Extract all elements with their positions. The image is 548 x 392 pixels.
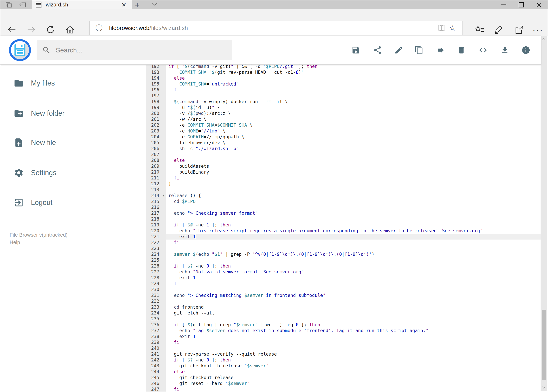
line-number: 239 [146,339,166,345]
code-line: 244 else [146,369,541,375]
refresh-icon[interactable] [46,25,55,34]
code-line: 198 $(command -v winpty) docker run --rm… [146,99,541,105]
code-line: 202 -e COMMIT_SHA=$COMMIT_SHA \ [146,122,541,128]
share-icon[interactable] [514,25,524,34]
maximize-button[interactable] [512,0,530,9]
set-tabs-aside-icon[interactable] [4,1,14,8]
web-notes-pen-icon[interactable] [494,25,503,34]
create-folder-icon [14,108,24,119]
code-line: 230 [146,287,541,292]
code-line: 221 exit 1 [146,234,541,239]
download-button[interactable] [498,43,512,57]
code-line: 201 -w //src \ [146,116,541,122]
move-button[interactable] [434,43,448,57]
line-number: 204 [146,134,166,140]
code-line: 243 git checkout -b release "$semver" [146,363,541,369]
browser-navbar: ⓘ filebrowser.web/files/wizard.sh ☆ ··· [0,9,548,36]
folder-icon [14,78,24,88]
code-line: 223 [146,245,541,251]
code-line: 228 exit 1 [146,275,541,281]
line-number: 245 [146,375,166,380]
sidebar-divider [2,156,144,156]
code-line: 242 if [ $? -ne 0 ]; then [146,357,541,363]
browser-tab[interactable]: wizard.sh ✕ [32,0,132,9]
sidebar-item-label: Settings [31,169,56,177]
sidebar-item-settings[interactable]: Settings [0,162,146,184]
fold-arrow-icon[interactable]: ▾ [163,193,165,198]
code-view-button[interactable] [476,43,490,57]
line-number: 197 [146,93,166,99]
code-line: 207 [146,152,541,157]
code-line: 203 -e HOME="//tmp" \ [146,128,541,134]
code-line: 205 filebrowser/dev \ [146,140,541,146]
site-info-icon[interactable]: ⓘ [92,23,106,33]
sidebar-item-new-folder[interactable]: New folder [0,103,146,124]
line-number: 221 [146,234,166,239]
sidebar-item-logout[interactable]: Logout [0,192,146,213]
browser-titlebar: wizard.sh ✕ + [0,0,548,9]
url-bar[interactable]: ⓘ filebrowser.web/files/wizard.sh ☆ [90,21,463,35]
url-separator [106,24,106,32]
line-number: 238 [146,334,166,339]
code-line: 245 git checkout release [146,375,541,380]
code-line: 200 -v /$(pwd):/src:z \ [146,110,541,116]
line-number: 243 [146,363,166,369]
edit-button[interactable] [392,43,406,57]
url-text[interactable]: filebrowser.web/files/wizard.sh [109,25,437,31]
tab-preview-icon[interactable] [18,1,28,8]
line-number: 196 [146,87,166,93]
help-link[interactable]: Help [10,239,20,246]
delete-button[interactable] [454,43,468,57]
save-button[interactable] [349,43,363,57]
new-tab-button[interactable]: + [135,1,139,10]
code-line: 216 [146,204,541,210]
page-scrollbar[interactable] [541,36,547,391]
info-button[interactable] [519,43,533,57]
scrollbar-thumb[interactable] [542,310,546,380]
code-content: 192if [ "$(command -v git)" ] && [ -d "$… [146,65,541,392]
favorite-star-icon[interactable]: ☆ [446,24,460,32]
line-number: 220 [146,228,166,234]
code-line: 236 if [ $(git tag | grep "$semver" | wc… [146,322,541,328]
sidebar-item-new-file[interactable]: New file [0,132,146,154]
back-icon[interactable] [7,26,16,34]
minimize-button[interactable] [495,0,512,9]
line-number: 231 [146,292,166,298]
line-number: 201 [146,116,166,122]
line-number: 202 [146,122,166,128]
code-line: 194 else [146,75,541,81]
line-number: 210 [146,169,166,175]
share-file-button[interactable] [371,43,385,57]
line-number: 206 [146,146,166,152]
tab-close-icon[interactable]: ✕ [119,1,128,8]
home-icon[interactable] [66,25,75,34]
close-button[interactable] [530,0,548,9]
copy-button[interactable] [412,43,426,57]
line-number: 208 [146,157,166,163]
line-number: 192 [146,65,166,69]
scroll-down-icon[interactable] [541,384,547,391]
code-line: 247 fi [146,386,541,392]
scroll-up-icon[interactable] [541,36,547,43]
search-input[interactable]: Search... [37,40,232,60]
code-line: 229 fi [146,281,541,287]
code-line: 238 exit 1 [146,334,541,339]
code-line: 212} [146,181,541,187]
tab-list-chevron-icon[interactable] [152,2,158,6]
sidebar-item-label: New file [31,139,56,147]
code-line: 199 -u "$(id -u)" \ [146,105,541,110]
line-number: 227 [146,269,166,275]
line-number: 219 [146,222,166,228]
forward-icon[interactable] [27,26,36,34]
line-number: 205 [146,140,166,146]
more-menu-icon[interactable]: ··· [533,24,543,35]
code-line: 196 fi [146,87,541,93]
hub-favorites-icon[interactable] [475,26,484,34]
code-editor[interactable]: 192if [ "$(command -v git)" ] && [ -d "$… [146,65,541,392]
line-number: 230 [146,287,166,292]
code-line: 208 else [146,157,541,163]
code-line: 239 fi [146,339,541,345]
sidebar-item-my-files[interactable]: My files [0,72,146,94]
line-number: 199 [146,105,166,110]
gear-icon [14,168,24,178]
